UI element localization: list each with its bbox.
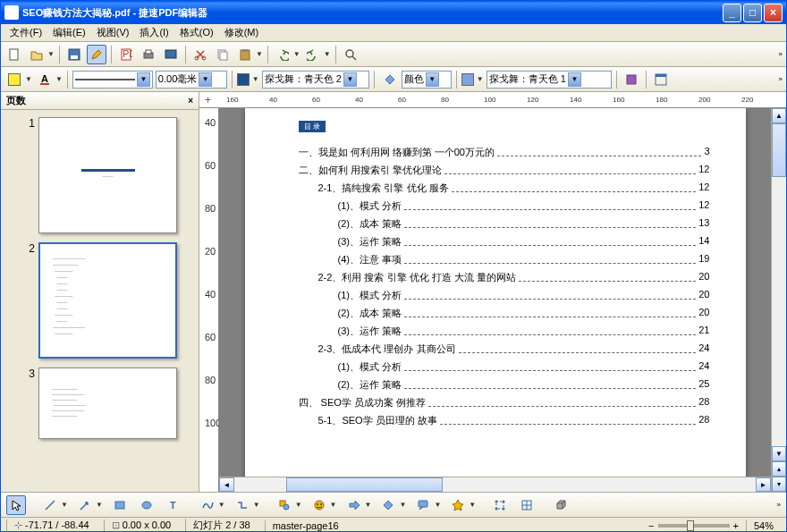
callout-tool[interactable]: ▼ [413,495,441,515]
sidebar-close-icon[interactable]: × [188,96,193,106]
svg-rect-19 [656,74,666,77]
highlight-dropdown[interactable]: ▼ [4,70,32,89]
cut-button[interactable] [190,45,210,64]
stars-tool[interactable]: ▼ [448,495,476,515]
thumbnails-panel[interactable]: 1 ——— 2 ———————————————— ————— ——— ——— —… [1,110,199,492]
color2-dropdown[interactable]: ▼ [461,73,484,86]
scroll-up-icon[interactable]: ▲ [772,108,786,123]
zoom-in-icon[interactable]: + [733,520,739,531]
svg-rect-28 [419,501,427,507]
svg-rect-0 [10,49,18,60]
connector-tool[interactable]: ▼ [233,495,260,515]
toc-line: 2-1、搞纯搜索 引擎 优化 服务12 [299,182,710,195]
undo-icon [273,45,292,64]
flowchart-tool[interactable]: ▼ [378,495,406,515]
menu-file[interactable]: 文件(F) [4,24,47,41]
edit-button[interactable] [87,45,106,64]
next-page-icon[interactable]: ▾ [772,477,786,492]
style2-combo[interactable]: 探戈舞：青天色 1▼ [487,71,612,89]
ellipse-tool[interactable] [137,495,157,515]
vscrollbar[interactable]: ▲ ▼ ▴ ▾ [771,108,786,492]
zoom-slider[interactable]: − + [648,520,739,531]
color2-swatch [461,73,474,86]
paste-dropdown[interactable]: ▼ [235,45,263,64]
page-content: 目 录 一、我是如 何利用网 络赚到第 一个00万元的3二、如何利 用搜索引 擎… [245,108,746,492]
redo-dropdown[interactable]: ▼ [303,45,331,64]
color-combo[interactable]: 颜色▼ [402,71,452,89]
toolbar-main: ▼ PDF ▼ ▼ ▼ » [1,42,786,67]
screen-button[interactable] [161,45,181,64]
svg-text:A: A [41,73,48,84]
minimize-button[interactable]: _ [723,4,741,22]
curve-tool[interactable]: ▼ [198,495,225,515]
export-pdf-button[interactable]: PDF [116,45,136,64]
new-button[interactable] [4,45,24,64]
svg-point-14 [346,50,353,57]
prev-page-icon[interactable]: ▴ [772,461,786,477]
status-zoom[interactable]: 54% [746,520,781,531]
zoom-knob[interactable] [687,520,694,531]
line-style-combo[interactable]: ▼ [72,71,153,89]
line-width-value: 0.00毫米 [158,72,197,86]
symbol-shapes-tool[interactable]: ▼ [309,495,337,515]
pointer-tool[interactable] [6,495,26,515]
ruler-horizontal[interactable]: 1604060406080100120140160180200220 [199,92,786,108]
ruler-vertical[interactable]: 40608020406080100 [199,108,219,492]
maximize-button[interactable]: □ [743,4,762,22]
hscrollbar[interactable]: ◄ ► [219,477,771,492]
svg-rect-16 [40,83,49,85]
status-bar: ⊹ -71.71 / -88.44 ⊡ 0.00 x 0.00 幻灯片 2 / … [1,517,786,532]
svg-rect-20 [115,502,124,509]
sidebar-header: 页数 × [1,92,199,110]
workspace: 页数 × 1 ——— 2 ———————————————— ————— ——— … [1,92,786,492]
text-tool[interactable]: T [164,495,183,515]
menu-format[interactable]: 格式(O) [174,24,219,41]
open-dropdown[interactable]: ▼ [27,45,55,64]
toc-line: 一、我是如 何利用网 络赚到第 一个00万元的3 [299,146,710,159]
status-master: master-page16 [265,520,346,531]
find-button[interactable] [341,45,360,64]
status-coords: ⊹ -71.71 / -88.44 [6,519,97,531]
menu-edit[interactable]: 编辑(E) [47,24,91,41]
font-color-dropdown[interactable]: A▼ [35,70,63,89]
effect-button[interactable] [622,70,641,89]
save-button[interactable] [64,45,84,64]
menu-modify[interactable]: 修改(M) [219,24,265,41]
paste-icon [235,45,255,64]
points-tool[interactable] [490,495,510,515]
window-button[interactable] [651,70,671,89]
page-viewport[interactable]: 目 录 一、我是如 何利用网 络赚到第 一个00万元的3二、如何利 用搜索引 擎… [219,108,771,492]
rect-tool[interactable] [110,495,130,515]
color1-dropdown[interactable]: ▼ [237,73,259,86]
thumb-2[interactable]: 2 ———————————————— ————— ——— ——— ——— ———… [22,242,177,359]
block-arrows-tool[interactable]: ▼ [344,495,372,515]
style1-combo[interactable]: 探戈舞：青天色 2▼ [262,71,369,89]
line-width-combo[interactable]: 0.00毫米▼ [156,71,227,89]
toc-line: 二、如何利 用搜索引 擎优化理论12 [299,164,710,177]
thumb-1[interactable]: 1 ——— [22,117,177,233]
vscroll-thumb[interactable] [772,123,786,177]
undo-dropdown[interactable]: ▼ [273,45,300,64]
svg-rect-7 [165,50,176,58]
basic-shapes-tool[interactable]: ▼ [275,495,302,515]
copy-button[interactable] [213,45,233,64]
print-button[interactable] [139,45,158,64]
zoom-out-icon[interactable]: − [648,520,654,531]
glue-tool[interactable] [517,495,537,515]
toc-line: (4)、注意 事项19 [299,253,710,266]
arrow-tool[interactable]: ▼ [75,495,103,515]
svg-point-24 [283,504,289,510]
scroll-left-icon[interactable]: ◄ [219,477,234,492]
line-tool[interactable]: ▼ [40,495,68,515]
close-button[interactable]: × [764,4,783,22]
thumb-3[interactable]: 3 ——————————————————————— ——————————————… [22,367,177,439]
scroll-right-icon[interactable]: ► [756,477,771,492]
toolbar-drawing: ▼ ▼ T ▼ ▼ ▼ ▼ ▼ ▼ ▼ ▼ » [1,492,786,517]
bucket-button[interactable] [379,70,399,89]
menu-insert[interactable]: 插入(I) [134,24,173,41]
extrusion-tool[interactable] [551,495,571,515]
scroll-down-icon[interactable]: ▼ [772,446,786,461]
svg-rect-11 [220,52,227,60]
menu-view[interactable]: 视图(V) [91,24,135,41]
hscroll-thumb[interactable] [286,477,443,492]
